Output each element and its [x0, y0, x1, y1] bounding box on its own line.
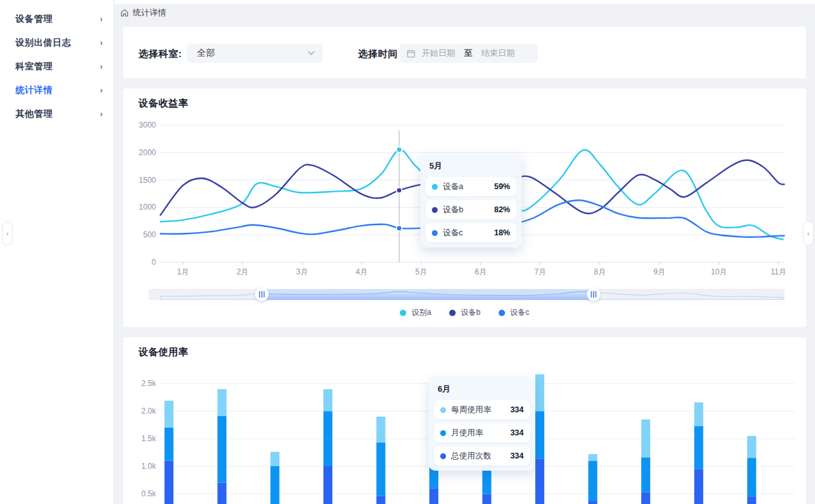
sidebar-item-label: 设备管理: [15, 13, 53, 25]
chevron-right-icon: ›: [100, 14, 103, 24]
series-dot: [440, 430, 446, 436]
tooltip-title: 6月: [438, 383, 530, 395]
sidebar-expand-button[interactable]: ›: [2, 221, 13, 246]
department-filter-label: 选择科室:: [139, 48, 182, 60]
tooltip-row: 总使用次数 334: [434, 446, 530, 466]
series-dot: [440, 407, 446, 413]
sidebar-item-device-management[interactable]: 设备管理 ›: [15, 12, 103, 27]
series-dot: [440, 453, 446, 459]
start-date-input[interactable]: 开始日期: [422, 47, 455, 59]
breadcrumb-title: 统计详情: [133, 7, 166, 19]
series-dot: [432, 230, 438, 236]
chevron-right-icon: ›: [100, 38, 103, 47]
sidebar-item-lending-log[interactable]: 设别出借日志 ›: [15, 35, 103, 51]
breadcrumb: 统计详情: [120, 7, 166, 19]
tooltip-row: 设备a 59%: [425, 177, 517, 196]
end-date-input[interactable]: 结束日期: [481, 47, 515, 59]
usage-chart-title: 设备使用率: [139, 346, 189, 358]
sidebar: 设备管理 › 设别出借日志 › 科室管理 › 统计详情 › 其他管理 ›: [0, 0, 114, 504]
page: 设备管理 › 设别出借日志 › 科室管理 › 统计详情 › 其他管理 › 统计详…: [0, 0, 815, 504]
chevron-right-icon: ›: [100, 85, 103, 95]
revenue-chart-tooltip: 5月 设备a 59% 设备b 82% 设备c 18%: [420, 154, 522, 248]
sidebar-item-label: 科室管理: [15, 61, 53, 72]
date-range-separator: 至: [464, 47, 472, 59]
tooltip-row: 设备c 18%: [425, 223, 517, 242]
chevron-right-icon: ›: [6, 230, 9, 237]
revenue-chart-legend: 设别a 设备b 设备c: [123, 307, 806, 318]
chevron-down-icon: [307, 51, 315, 56]
legend-item-device-c[interactable]: 设备c: [499, 307, 529, 318]
date-range-picker[interactable]: 开始日期 至 结束日期: [399, 44, 538, 63]
sidebar-item-other-management[interactable]: 其他管理 ›: [15, 106, 103, 122]
top-strip: [0, 0, 815, 4]
filter-card: 选择科室: 全部 选择时间 开始日期 至: [123, 27, 806, 78]
usage-chart-tooltip: 6月 每周使用率 334 月使用率 334 总使用次数 334: [429, 377, 535, 471]
chevron-right-icon: ›: [100, 109, 103, 119]
tooltip-row: 设备b 82%: [425, 200, 517, 219]
home-icon: [120, 8, 129, 17]
department-select[interactable]: 全部: [187, 44, 323, 63]
sidebar-item-label: 设别出借日志: [15, 37, 71, 49]
revenue-chart-title: 设备收益率: [139, 97, 189, 110]
tooltip-title: 5月: [429, 160, 517, 172]
chevron-right-icon: ›: [100, 62, 103, 71]
series-dot: [432, 207, 438, 213]
sidebar-item-label: 统计详情: [15, 85, 53, 96]
sidebar-item-label: 其他管理: [15, 108, 53, 120]
legend-item-device-b[interactable]: 设备b: [449, 307, 481, 318]
calendar-icon: [407, 49, 415, 58]
legend-item-device-a[interactable]: 设别a: [400, 307, 431, 318]
chevron-left-icon: ‹: [807, 230, 810, 237]
sidebar-item-statistics-detail[interactable]: 统计详情 ›: [15, 83, 103, 98]
panel-collapse-button[interactable]: ‹: [803, 221, 814, 246]
tooltip-row: 月使用率 334: [434, 423, 530, 442]
department-select-value: 全部: [197, 47, 215, 59]
legend-dot: [449, 310, 456, 316]
legend-dot: [400, 310, 406, 316]
time-filter-label: 选择时间: [358, 48, 398, 60]
sidebar-item-department-management[interactable]: 科室管理 ›: [15, 59, 103, 74]
tooltip-row: 每周使用率 334: [434, 400, 530, 419]
legend-dot: [499, 310, 505, 316]
series-dot: [432, 184, 438, 190]
